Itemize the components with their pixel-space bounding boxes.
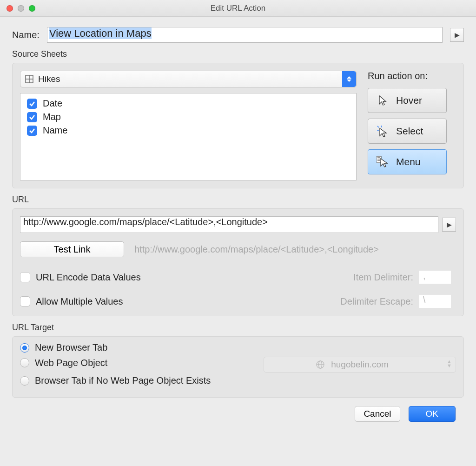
item-delimiter-label: Item Delimiter: bbox=[340, 272, 419, 283]
svg-line-3 bbox=[377, 126, 379, 127]
sheet-label: Date bbox=[43, 98, 62, 109]
globe-icon bbox=[316, 360, 324, 371]
sheet-checkbox-name[interactable]: Name bbox=[27, 125, 350, 136]
item-delimiter-input: , bbox=[419, 270, 451, 284]
run-on-select-button[interactable]: Select bbox=[368, 119, 447, 144]
url-section-label: URL bbox=[12, 195, 464, 205]
action-name-input[interactable]: View Location in Maps bbox=[47, 27, 443, 43]
checkbox-unchecked-icon bbox=[20, 296, 30, 306]
target-new-tab-radio[interactable]: New Browser Tab bbox=[20, 342, 456, 353]
checkbox-checked-icon bbox=[27, 112, 37, 122]
url-preview: http://www.google.com/maps/place/<Latitu… bbox=[134, 244, 379, 255]
delimiter-escape-input: \ bbox=[419, 294, 451, 308]
sheet-checkbox-map[interactable]: Map bbox=[27, 112, 350, 122]
target-fallback-label: Browser Tab if No Web Page Object Exists bbox=[35, 375, 211, 386]
run-on-hover-button[interactable]: Hover bbox=[368, 88, 447, 113]
run-on-menu-button[interactable]: Menu bbox=[368, 149, 447, 174]
url-value: http://www.google.com/maps/place/<Latitu… bbox=[23, 217, 268, 227]
action-name-value: View Location in Maps bbox=[49, 27, 152, 39]
web-page-object-select: hugobelin.com ▲▼ bbox=[264, 357, 456, 373]
radio-unchecked-icon bbox=[20, 376, 29, 386]
source-sheets-label: Source Sheets bbox=[12, 49, 464, 59]
target-new-tab-label: New Browser Tab bbox=[35, 342, 107, 353]
web-page-object-value: hugobelin.com bbox=[331, 359, 389, 370]
run-on-menu-label: Menu bbox=[396, 156, 421, 167]
target-web-object-label: Web Page Object bbox=[35, 358, 107, 368]
ok-button[interactable]: OK bbox=[409, 406, 456, 422]
radio-checked-icon bbox=[20, 343, 29, 353]
run-on-hover-label: Hover bbox=[396, 95, 422, 106]
url-target-label: URL Target bbox=[12, 323, 464, 333]
play-icon: ▶ bbox=[455, 31, 460, 39]
zoom-window-icon[interactable] bbox=[29, 5, 35, 12]
cursor-icon bbox=[377, 95, 389, 106]
name-insert-field-button[interactable]: ▶ bbox=[450, 28, 464, 42]
delimiter-escape-label: Delimiter Escape: bbox=[340, 296, 419, 307]
test-link-button[interactable]: Test Link bbox=[20, 241, 124, 257]
run-on-select-label: Select bbox=[396, 126, 423, 137]
target-fallback-radio[interactable]: Browser Tab if No Web Page Object Exists bbox=[20, 375, 456, 386]
target-web-object-radio[interactable]: Web Page Object bbox=[20, 358, 107, 368]
window-title: Edit URL Action bbox=[0, 4, 476, 13]
cancel-button[interactable]: Cancel bbox=[355, 406, 400, 422]
allow-multiple-values-label: Allow Multiple Values bbox=[36, 296, 123, 307]
checkbox-checked-icon bbox=[27, 126, 37, 136]
sheet-label: Name bbox=[43, 125, 67, 136]
cursor-menu-icon bbox=[377, 156, 389, 167]
name-label: Name: bbox=[12, 30, 40, 40]
allow-multiple-values-checkbox[interactable]: Allow Multiple Values bbox=[20, 296, 340, 307]
play-icon: ▶ bbox=[447, 221, 452, 228]
checkbox-unchecked-icon bbox=[20, 272, 30, 282]
dashboard-icon bbox=[25, 75, 33, 83]
dashboard-select[interactable]: Hikes bbox=[20, 71, 357, 87]
dashboard-select-value: Hikes bbox=[38, 74, 60, 84]
checkbox-checked-icon bbox=[27, 99, 37, 109]
url-insert-field-button[interactable]: ▶ bbox=[442, 218, 456, 232]
close-window-icon[interactable] bbox=[7, 5, 13, 12]
minimize-window-icon bbox=[18, 5, 24, 12]
sheet-label: Map bbox=[43, 112, 61, 122]
cursor-spark-icon bbox=[377, 126, 389, 137]
sheet-checklist: Date Map Name bbox=[20, 93, 357, 180]
run-action-on-label: Run action on: bbox=[368, 71, 456, 81]
url-encode-label: URL Encode Data Values bbox=[36, 272, 141, 283]
dropdown-caret-icon bbox=[342, 71, 356, 87]
updown-caret-icon: ▲▼ bbox=[447, 359, 452, 368]
radio-unchecked-icon bbox=[20, 358, 29, 367]
url-input[interactable]: http://www.google.com/maps/place/<Latitu… bbox=[20, 216, 438, 233]
window-titlebar: Edit URL Action bbox=[0, 0, 476, 17]
sheet-checkbox-date[interactable]: Date bbox=[27, 98, 350, 109]
url-encode-checkbox[interactable]: URL Encode Data Values bbox=[20, 272, 340, 283]
